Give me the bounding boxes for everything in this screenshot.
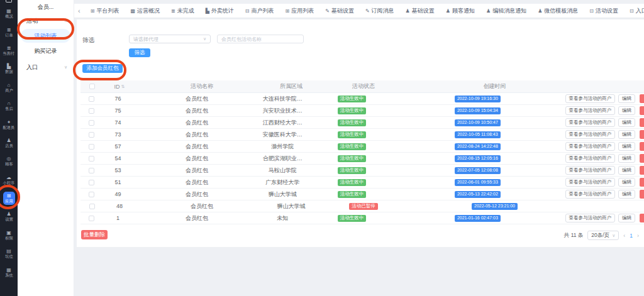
platform-list-icon: ⊞ <box>91 8 95 14</box>
edit-button[interactable]: 编辑 <box>618 214 635 222</box>
tabs-scroll-left-icon[interactable]: ‹ <box>74 7 85 14</box>
app-title: 会员... <box>18 0 74 11</box>
tab-takeout-stats[interactable]: ▙外卖统计 <box>200 4 240 18</box>
sidebar-item-face-pay[interactable]: ≣当面付 <box>0 41 18 60</box>
menu-item-purchase-record[interactable]: 购买记录 <box>21 44 70 58</box>
table-row: 51会员红包广东财经大学活动生效中2022-06-01 09:55:33查看参与… <box>80 177 644 189</box>
tab-subscribe-message[interactable]: ✎订阅消息 <box>360 4 400 18</box>
cell-activity-name: 会员红包 <box>133 107 260 115</box>
edit-button[interactable]: 编辑 <box>618 190 635 199</box>
view-participating-merchants-button[interactable]: 查看参与活动的商户 <box>565 214 616 222</box>
sidebar-item-customer[interactable]: ◎顾客 <box>0 152 18 170</box>
delete-button-cutoff[interactable] <box>640 214 644 222</box>
tab-basic-settings-2[interactable]: ♟基础设置 <box>400 4 440 18</box>
row-checkbox[interactable] <box>89 216 94 221</box>
filter-button[interactable]: 筛选 <box>129 48 150 57</box>
sort-icon[interactable]: ⇅ <box>121 84 125 89</box>
tab-operation-overview[interactable]: ▩运营概况 <box>125 4 165 18</box>
sidebar-item-orders[interactable]: ≣订单 <box>0 23 18 41</box>
row-checkbox[interactable] <box>89 192 94 197</box>
delete-button-cutoff[interactable] <box>640 106 644 115</box>
next-page-icon[interactable]: › <box>637 233 639 239</box>
delete-button-cutoff[interactable] <box>640 178 644 187</box>
edit-button[interactable]: 编辑 <box>618 178 635 187</box>
row-checkbox[interactable] <box>89 132 94 138</box>
tab-entry-settings[interactable]: ⊡入口设置 <box>624 4 644 18</box>
delete-button-cutoff[interactable] <box>640 94 644 103</box>
edit-button[interactable]: 编辑 <box>618 118 635 127</box>
sidebar-item-settings[interactable]: ♟设置 <box>0 207 18 226</box>
row-checkbox[interactable] <box>89 108 94 114</box>
view-participating-merchants-button[interactable]: 查看参与活动的商户 <box>565 154 616 163</box>
sidebar-item-miniprogram[interactable]: ☁小程序 <box>0 171 18 189</box>
edit-button[interactable]: 编辑 <box>618 142 635 151</box>
tab-wechat-template-msg[interactable]: ♟微信模板消息 <box>532 4 584 18</box>
sidebar-item-system[interactable]: ▦系统 <box>0 263 18 281</box>
col-id[interactable]: ID <box>114 84 120 90</box>
tab-activity-settings[interactable]: ⊡活动设置 <box>584 4 624 18</box>
activity-name-input[interactable] <box>217 35 304 43</box>
status-badge: 活动生效中 <box>338 215 367 222</box>
tab-customer-notice[interactable]: ♟顾客通知 <box>440 4 480 18</box>
view-participating-merchants-button[interactable]: 查看参与活动的商户 <box>565 118 616 127</box>
view-participating-merchants-button[interactable]: 查看参与活动的商户 <box>565 166 616 175</box>
tab-unfinished[interactable]: ≣未完成 <box>165 4 200 18</box>
edit-button[interactable]: 编辑 <box>618 166 635 175</box>
sidebar-item-label: 概况 <box>5 14 13 19</box>
edit-button[interactable]: 编辑 <box>618 106 635 115</box>
page-number[interactable]: 1 <box>630 233 633 239</box>
row-checkbox[interactable] <box>89 144 94 150</box>
delete-button-cutoff[interactable] <box>640 142 644 151</box>
agent-select[interactable]: 请选择代理 ∨ <box>129 35 211 43</box>
delete-button-cutoff[interactable] <box>640 190 644 199</box>
row-checkbox[interactable] <box>89 120 94 126</box>
delete-button-cutoff[interactable] <box>640 118 644 127</box>
chevron-down-icon: ∨ <box>203 36 206 41</box>
col-status: 活动状态 <box>314 82 413 90</box>
row-checkbox[interactable] <box>89 156 94 162</box>
menu-item-activity-list[interactable]: 活动列表 <box>21 29 70 43</box>
edit-button[interactable]: 编辑 <box>618 154 635 163</box>
delete-button-cutoff[interactable] <box>640 130 644 139</box>
row-checkbox[interactable] <box>89 204 95 209</box>
view-participating-merchants-button[interactable]: 查看参与活动的商户 <box>565 178 616 187</box>
status-badge: 活动生效中 <box>338 191 367 198</box>
edit-button[interactable]: 编辑 <box>618 94 635 103</box>
view-participating-merchants-button[interactable]: 查看参与活动的商户 <box>565 130 616 139</box>
cell-id: 76 <box>103 96 134 102</box>
sidebar-item-data[interactable]: ▙数据 <box>0 60 18 78</box>
sidebar-item-courier[interactable]: ✦配送员 <box>0 115 18 133</box>
slot-icon: ▤ <box>6 248 11 254</box>
view-participating-merchants-button[interactable]: 查看参与活动的商户 <box>565 142 616 151</box>
delete-button-cutoff[interactable] <box>640 154 644 163</box>
row-checkbox[interactable] <box>89 96 94 102</box>
settings-icon: ♟ <box>6 211 11 217</box>
view-participating-merchants-button[interactable]: 查看参与活动的商户 <box>565 190 616 199</box>
table-row: 49会员红包狮山大学城活动生效中2022-05-13 22:42:02查看参与活… <box>80 189 644 200</box>
sidebar-item-apps[interactable]: ⊞应用 <box>0 189 18 207</box>
add-member-redpacket-button[interactable]: 添加会员红包 <box>82 64 123 73</box>
prev-page-icon[interactable]: ‹ <box>623 233 625 239</box>
view-participating-merchants-button[interactable]: 查看参与活动的商户 <box>565 106 616 115</box>
sidebar-item-aftersale[interactable]: ∩售后 <box>0 97 18 115</box>
menu-group-activity[interactable]: 活动∧ <box>18 14 74 28</box>
tab-basic-settings-1[interactable]: ✎基础设置 <box>319 4 360 18</box>
batch-delete-button[interactable]: 批量删除 <box>81 230 108 239</box>
sidebar-item-clerk[interactable]: ♟店员 <box>0 134 18 152</box>
tab-app-list[interactable]: ⊞应用列表 <box>280 4 320 18</box>
sidebar-item-merchant[interactable]: ⌂商户 <box>0 79 18 97</box>
menu-group-entry[interactable]: 入口∨ <box>18 60 74 74</box>
select-all-checkbox[interactable] <box>89 84 95 89</box>
edit-button[interactable]: 编辑 <box>618 130 635 139</box>
tab-edit-message-notice[interactable]: ♟编辑消息通知 <box>480 4 532 18</box>
sidebar-item-permission[interactable]: ▣权限 <box>0 226 18 244</box>
sidebar-item-overview[interactable]: ▦概况 <box>0 4 18 23</box>
tab-merchant-list[interactable]: ⊟商户列表 <box>240 4 280 18</box>
row-checkbox[interactable] <box>89 168 94 173</box>
delete-button-cutoff[interactable] <box>640 166 644 175</box>
row-checkbox[interactable] <box>89 180 94 185</box>
tab-platform-list[interactable]: ⊞平台列表 <box>85 4 125 18</box>
sidebar-item-slot[interactable]: ▤坑位 <box>0 244 18 263</box>
page-size-select[interactable]: 20条/页 ∨ <box>587 231 619 240</box>
view-participating-merchants-button[interactable]: 查看参与活动的商户 <box>565 94 616 103</box>
